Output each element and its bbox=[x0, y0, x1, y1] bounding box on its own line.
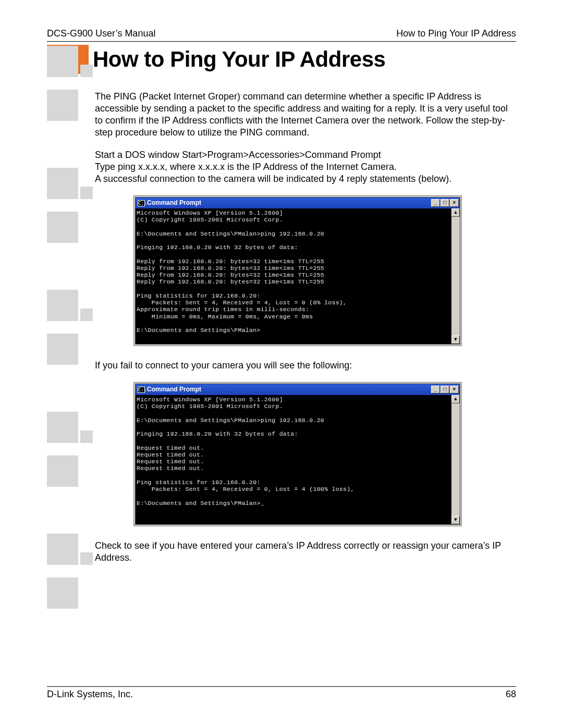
closing-paragraph: Check to see if you have entered your ca… bbox=[95, 540, 516, 564]
scroll-down-icon[interactable]: ▼ bbox=[451, 336, 460, 344]
scroll-up-icon[interactable]: ▲ bbox=[451, 208, 460, 217]
minimize-button[interactable]: _ bbox=[431, 199, 440, 207]
cmd-scrollbar[interactable]: ▲ ▼ bbox=[451, 395, 460, 524]
cmd-scrollbar[interactable]: ▲ ▼ bbox=[451, 208, 460, 344]
cmd-window-fail: C:\ Command Prompt _ □ × Microsoft Windo… bbox=[133, 382, 462, 526]
step-line-2: Type ping x.x.x.x, where x.x.x.x is the … bbox=[95, 161, 516, 173]
cmd-window-success: C:\ Command Prompt _ □ × Microsoft Windo… bbox=[133, 195, 462, 346]
cmd-titlebar[interactable]: C:\ Command Prompt _ □ × bbox=[136, 198, 460, 208]
footer-page: 68 bbox=[506, 689, 516, 700]
scroll-up-icon[interactable]: ▲ bbox=[451, 395, 460, 403]
cmd-title-text: Command Prompt bbox=[147, 199, 201, 207]
maximize-button[interactable]: □ bbox=[440, 199, 449, 207]
header-left: DCS-G900 User’s Manual bbox=[47, 28, 155, 39]
step-line-3: A successful connection to the camera wi… bbox=[95, 173, 516, 185]
title-row: How to Ping Your IP Address bbox=[47, 45, 516, 74]
scroll-down-icon[interactable]: ▼ bbox=[451, 516, 460, 524]
header-right: How to Ping Your IP Address bbox=[396, 28, 516, 39]
maximize-button[interactable]: □ bbox=[440, 386, 449, 393]
footer-company: D-Link Systems, Inc. bbox=[47, 689, 133, 700]
step-line-1: Start a DOS window Start>Program>Accesso… bbox=[95, 149, 516, 161]
cmd-output-fail: Microsoft Windows XP [Version 5.1.2600] … bbox=[136, 395, 451, 524]
cmd-icon: C:\ bbox=[138, 200, 145, 206]
cmd-output-success: Microsoft Windows XP [Version 5.1.2600] … bbox=[136, 208, 451, 344]
cmd-icon: C:\ bbox=[138, 387, 145, 393]
page-title: How to Ping Your IP Address bbox=[89, 45, 385, 74]
minimize-button[interactable]: _ bbox=[431, 386, 440, 393]
close-button[interactable]: × bbox=[450, 199, 459, 207]
cmd-title-text: Command Prompt bbox=[147, 386, 201, 393]
close-button[interactable]: × bbox=[450, 386, 459, 393]
fail-intro: If you fail to connect to your camera yo… bbox=[95, 360, 516, 372]
intro-paragraph: The PING (Packet Internet Groper) comman… bbox=[95, 91, 516, 139]
cmd-titlebar[interactable]: C:\ Command Prompt _ □ × bbox=[136, 384, 460, 395]
